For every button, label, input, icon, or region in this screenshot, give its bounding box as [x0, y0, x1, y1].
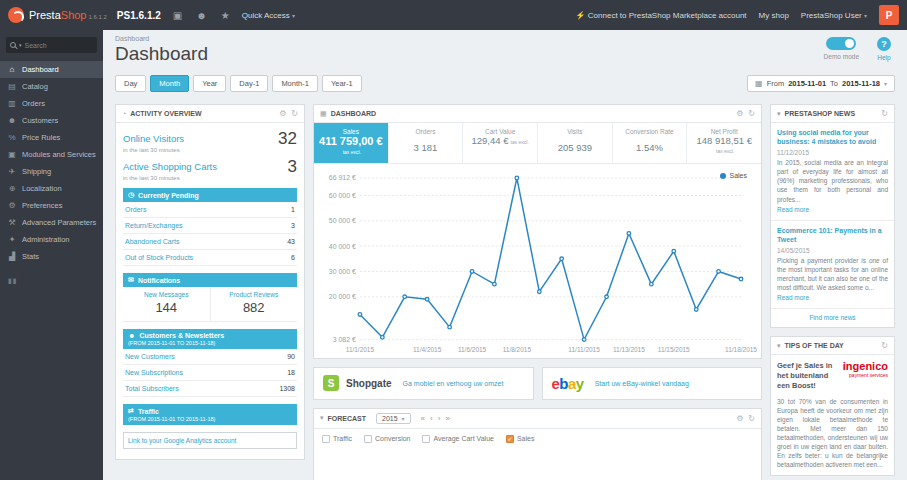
new-customers-value: 90 [287, 353, 295, 360]
refresh-icon[interactable]: ↻ [881, 341, 888, 350]
chart-legend: Sales [720, 172, 747, 179]
forecast-option-sales[interactable]: ✓Sales [506, 435, 535, 443]
checkbox-icon[interactable] [322, 435, 330, 443]
filter-day-button[interactable]: Day [115, 75, 146, 92]
sidebar-item-dashboard[interactable]: ⌂Dashboard [0, 61, 103, 78]
kpi-orders[interactable]: Orders 3 181 [389, 123, 464, 163]
search-input[interactable] [25, 42, 85, 49]
refresh-icon[interactable]: ↻ [748, 109, 755, 118]
new-customers-link[interactable]: New Customers [125, 353, 175, 360]
breadcrumb[interactable]: Dashboard [115, 35, 895, 42]
help-button[interactable]: ? Help [877, 37, 891, 61]
demo-mode-toggle[interactable]: Demo mode [824, 37, 859, 61]
filter-year-1-button[interactable]: Year-1 [322, 75, 362, 92]
shopgate-link[interactable]: Ga mobiel en verhoog uw omzet [403, 380, 504, 387]
shopgate-name: Shopgate [346, 378, 392, 389]
kpi-net-profit[interactable]: Net Profit 148 918,51 €tax excl. [687, 123, 761, 163]
filter-month-1-button[interactable]: Month-1 [272, 75, 318, 92]
news-article-title-link[interactable]: Ecommerce 101: Payments in a Tweet [777, 226, 888, 244]
sidebar-collapse-icon[interactable]: ▮▮ [0, 265, 103, 297]
year-select[interactable]: 2015▾ [376, 413, 411, 424]
from-label: From [767, 79, 785, 88]
refresh-icon[interactable]: ↻ [291, 109, 298, 118]
forecast-option-conversion[interactable]: Conversion [364, 435, 410, 443]
sidebar-item-administration[interactable]: ✦Administration [0, 231, 103, 248]
sidebar-search[interactable]: ▾ [6, 37, 97, 53]
next-page-icon[interactable]: › [438, 414, 441, 423]
gear-icon[interactable]: ⚙ [279, 109, 286, 118]
sidebar-item-price-rules[interactable]: %Price Rules [0, 129, 103, 146]
customers-icon[interactable]: ☻ [196, 10, 207, 21]
quick-access-menu[interactable]: Quick Access ▾ [242, 11, 295, 20]
find-more-news-link[interactable]: Find more news [771, 309, 894, 327]
new-subscriptions-link[interactable]: New Subscriptions [125, 369, 183, 376]
sidebar-item-customers[interactable]: ☻Customers [0, 112, 103, 129]
sidebar-item-localization[interactable]: ⊕Localization [0, 180, 103, 197]
truck-icon: ✈ [7, 167, 17, 176]
kpi-sales[interactable]: Sales 411 759,00 €tax excl. [314, 123, 389, 163]
sidebar-item-modules[interactable]: ▣Modules and Services [0, 146, 103, 163]
user-menu[interactable]: PrestaShop User ▾ [801, 11, 867, 20]
google-analytics-link[interactable]: Link to your Google Analytics account [123, 432, 297, 449]
last-page-icon[interactable]: » [445, 414, 449, 423]
news-article-title-link[interactable]: Using social media for your business: 4 … [777, 128, 888, 146]
sidebar-item-catalog[interactable]: ▤Catalog [0, 78, 103, 95]
active-carts-link[interactable]: Active Shopping Carts [123, 161, 217, 172]
prestashop-logo[interactable]: PrestaShop1.6.1.2 [8, 7, 107, 23]
gear-icon[interactable]: ⚙ [736, 109, 743, 118]
read-more-link[interactable]: Read more [777, 206, 809, 213]
plug-icon: ⚡ [576, 11, 586, 20]
forecast-option-average-cart-value[interactable]: Average Cart Value [422, 435, 493, 443]
help-icon[interactable]: ? [877, 37, 891, 51]
shop-name-link[interactable]: PS1.6.1.2 [117, 10, 161, 21]
sidebar-item-preferences[interactable]: ⚙Preferences [0, 197, 103, 214]
table-row: Orders1 [123, 202, 297, 218]
kpi-value: 148 918,51 € [696, 135, 751, 146]
cart-icon[interactable]: ▣ [173, 10, 182, 21]
chevron-down-icon[interactable]: ▾ [777, 342, 781, 350]
chevron-down-icon[interactable]: ▾ [320, 414, 324, 422]
my-shop-link[interactable]: My shop [759, 11, 789, 20]
refresh-icon[interactable]: ↻ [881, 109, 888, 118]
sidebar-item-orders[interactable]: ▥Orders [0, 95, 103, 112]
svg-text:60 000 €: 60 000 € [329, 192, 356, 199]
online-visitors-link[interactable]: Online Visitors [123, 133, 184, 144]
news-article-date: 11/12/2015 [777, 149, 888, 156]
kpi-visits[interactable]: Visits 205 939 [538, 123, 613, 163]
product-reviews-cell[interactable]: Product Reviews 882 [210, 287, 298, 321]
ebay-link[interactable]: Start uw eBay-winkel vandaag [595, 380, 689, 387]
sidebar-item-shipping[interactable]: ✈Shipping [0, 163, 103, 180]
trophy-icon[interactable]: ★ [221, 10, 230, 21]
filter-day-1-button[interactable]: Day-1 [230, 75, 268, 92]
pending-returns-link[interactable]: Return/Exchanges [125, 222, 183, 229]
out-of-stock-value: 6 [291, 254, 295, 261]
out-of-stock-link[interactable]: Out of Stock Products [125, 254, 193, 261]
sidebar-item-stats[interactable]: ▟Stats [0, 248, 103, 265]
filter-year-button[interactable]: Year [193, 75, 226, 92]
checkbox-checked-icon[interactable]: ✓ [506, 435, 514, 443]
news-panel-title: PRESTASHOP NEWS [785, 110, 856, 117]
refresh-icon[interactable]: ↻ [748, 414, 755, 423]
forecast-option-traffic[interactable]: Traffic [322, 435, 352, 443]
filter-month-button[interactable]: Month [150, 75, 189, 92]
prev-page-icon[interactable]: ‹ [430, 414, 433, 423]
chevron-down-icon[interactable]: ▾ [777, 110, 781, 118]
total-subscribers-link[interactable]: Total Subscribers [125, 385, 179, 392]
new-messages-cell[interactable]: New Messages 144 [123, 287, 210, 321]
date-range-picker[interactable]: ▦ From 2015-11-01 To 2015-11-18 ▾ [747, 75, 895, 92]
marketplace-link[interactable]: ⚡ Connect to PrestaShop Marketplace acco… [576, 11, 747, 20]
checkbox-icon[interactable] [422, 435, 430, 443]
first-page-icon[interactable]: « [421, 414, 425, 423]
customers-section-header: ☻Customers & Newsletters (FROM 2015-11-0… [123, 329, 297, 349]
abandoned-carts-link[interactable]: Abandoned Carts [125, 238, 179, 245]
kpi-conversion-rate[interactable]: Conversion Rate 1.54% [613, 123, 688, 163]
users-icon: ☻ [128, 332, 135, 339]
pending-orders-link[interactable]: Orders [125, 206, 146, 213]
gear-icon[interactable]: ⚙ [736, 414, 743, 423]
sidebar-item-advanced-parameters[interactable]: ⚒Advanced Parameters [0, 214, 103, 231]
checkbox-icon[interactable] [364, 435, 372, 443]
avatar[interactable]: P [879, 5, 899, 25]
read-more-link[interactable]: Read more [777, 294, 809, 301]
toggle-switch[interactable] [826, 37, 856, 50]
kpi-cart-value[interactable]: Cart Value 129,44 €tax excl. [463, 123, 538, 163]
